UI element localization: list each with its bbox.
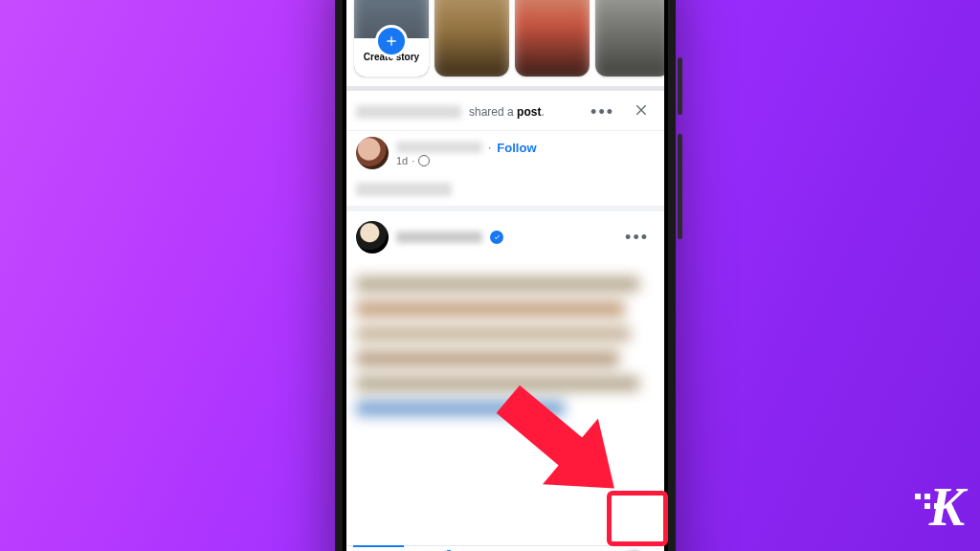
shared-post-header: shared a post. •••	[346, 91, 664, 131]
post-timestamp: 1d ·	[396, 155, 537, 166]
watermark-logo: K	[929, 476, 963, 538]
verified-badge-icon	[490, 231, 503, 244]
tab-dating[interactable]: Dating	[474, 546, 537, 551]
plus-icon	[375, 25, 408, 57]
follow-link[interactable]: Follow	[497, 141, 536, 155]
redacted-name	[396, 231, 482, 243]
avatar[interactable]	[356, 137, 389, 169]
shared-a-post-label: shared a post.	[469, 105, 545, 119]
tab-marketplace[interactable]: Marketplace	[410, 546, 473, 551]
story-card[interactable]	[515, 0, 590, 77]
more-icon[interactable]: •••	[619, 224, 655, 252]
redacted-name	[356, 105, 461, 119]
bottom-tab-bar: Home Marketplace Dating Notifications	[346, 545, 664, 551]
stories-strip[interactable]: Create story	[346, 0, 664, 91]
redacted-text	[356, 267, 655, 458]
phone-screen: Create story shared a post. •••	[346, 0, 664, 551]
redacted-text	[356, 183, 452, 196]
tab-home[interactable]: Home	[346, 546, 410, 551]
redacted-name	[396, 142, 482, 153]
more-icon[interactable]: •••	[585, 99, 620, 124]
public-icon	[418, 155, 430, 166]
create-story-card[interactable]: Create story	[354, 0, 429, 77]
phone-side-button	[678, 57, 682, 115]
close-icon[interactable]	[628, 99, 655, 124]
tab-notifications[interactable]: Notifications	[537, 546, 600, 551]
story-card[interactable]	[595, 0, 664, 77]
phone-side-button	[678, 134, 682, 239]
tab-menu[interactable]: Menu	[601, 546, 664, 551]
avatar[interactable]	[356, 221, 389, 253]
post-author-row[interactable]: · Follow 1d ·	[346, 131, 664, 177]
post-author-row[interactable]: •••	[356, 221, 655, 253]
story-card[interactable]	[434, 0, 509, 77]
feed-post: •••	[346, 211, 664, 458]
canvas: Create story shared a post. •••	[0, 0, 980, 551]
phone-mockup: Create story shared a post. •••	[335, 0, 676, 551]
